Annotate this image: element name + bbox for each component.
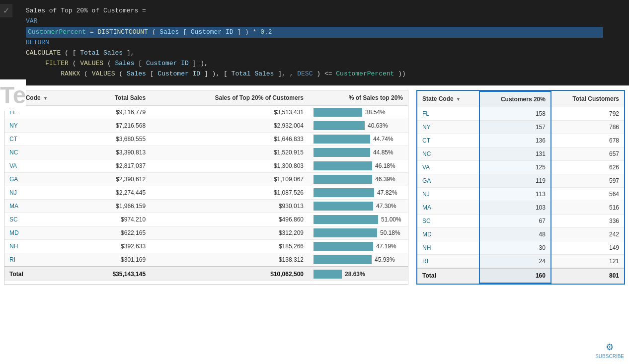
pct-label: 51.00% — [381, 216, 401, 223]
right-table-row: SC 67 336 — [417, 214, 624, 227]
state-cell: CT — [4, 132, 81, 146]
right-state-cell: SC — [417, 214, 479, 227]
customers-20-cell: 67 — [479, 214, 551, 227]
sort-icon-right-state: ▼ — [456, 97, 461, 102]
left-footer-state: Total — [4, 267, 81, 281]
total-customers-cell: 336 — [551, 214, 624, 227]
right-table-row: FL 158 792 — [417, 107, 624, 120]
right-table-row: MD 48 242 — [417, 227, 624, 241]
right-table-row: NH 30 149 — [417, 241, 624, 254]
total-sales-cell: $1,966,159 — [81, 199, 151, 213]
pct-bar — [314, 242, 373, 251]
pct-bar-cell: 47.82% — [309, 186, 408, 199]
left-table: State Code ▼ Total Sales Sales of Top 20… — [4, 90, 408, 281]
state-cell: SC — [4, 213, 81, 226]
state-cell: NJ — [4, 186, 81, 199]
footer-bar — [314, 270, 342, 279]
sales-top20-cell: $2,932,004 — [151, 119, 309, 132]
customers-20-cell: 24 — [479, 254, 551, 268]
right-col-total-customers[interactable]: Total Customers — [551, 91, 624, 107]
total-sales-cell: $7,216,568 — [81, 119, 151, 132]
right-state-cell: CT — [417, 134, 479, 147]
right-col-state[interactable]: State Code ▼ — [417, 91, 479, 107]
right-state-cell: NJ — [417, 187, 479, 201]
right-state-cell: MD — [417, 227, 479, 241]
pct-bar-cell: 40.63% — [309, 119, 408, 132]
total-sales-cell: $9,116,779 — [81, 105, 151, 119]
code-editor: ✓ Sales of Top 20% of Customers = VAR Cu… — [0, 0, 629, 86]
pct-label: 40.63% — [368, 122, 388, 129]
total-sales-cell: $3,680,555 — [81, 132, 151, 146]
right-state-cell: VA — [417, 160, 479, 174]
total-customers-cell: 121 — [551, 254, 624, 268]
left-table-container: State Code ▼ Total Sales Sales of Top 20… — [4, 90, 408, 285]
sales-top20-cell: $1,646,833 — [151, 132, 309, 146]
state-cell: NH — [4, 239, 81, 253]
total-sales-cell: $2,390,612 — [81, 172, 151, 186]
code-line-3: CustomerPercent = DISTINCTCOUNT ( Sales … — [8, 27, 621, 38]
total-customers-cell: 516 — [551, 201, 624, 214]
pct-bar-cell: 46.18% — [309, 159, 408, 172]
customers-20-cell: 131 — [479, 147, 551, 160]
sales-top20-cell: $1,300,803 — [151, 159, 309, 172]
customers-20-cell: 125 — [479, 160, 551, 174]
left-table-row: NY $7,216,568 $2,932,004 40.63% — [4, 119, 408, 132]
code-line-5: CALCULATE ( [ Total Sales ], — [8, 48, 621, 59]
sales-top20-cell: $312,209 — [151, 226, 309, 239]
right-state-cell: GA — [417, 174, 479, 187]
pct-label: 46.18% — [375, 162, 395, 169]
state-cell: MA — [4, 199, 81, 213]
code-line-7: RANKX ( VALUES ( Sales [ Customer ID ] )… — [8, 69, 621, 79]
left-footer-sales-top20: $10,062,500 — [151, 267, 309, 281]
sales-top20-cell: $496,860 — [151, 213, 309, 226]
right-table-row: NY 157 786 — [417, 120, 624, 134]
pct-bar — [314, 215, 378, 224]
left-table-row: MA $1,966,159 $930,013 47.30% — [4, 199, 408, 213]
te-watermark: Te — [0, 79, 26, 111]
pct-bar-cell: 47.19% — [309, 239, 408, 253]
right-table-row: CT 136 678 — [417, 134, 624, 147]
sales-top20-cell: $138,312 — [151, 253, 309, 267]
left-footer-total-sales: $35,143,145 — [81, 267, 151, 281]
pct-bar — [314, 135, 370, 144]
subscribe-label: SUBSCRIBE — [595, 354, 624, 359]
right-state-cell: NC — [417, 147, 479, 160]
pct-label: 38.54% — [365, 109, 386, 116]
right-footer-total-customers: 801 — [551, 268, 624, 283]
pct-bar-cell: 47.30% — [309, 199, 408, 213]
right-table: State Code ▼ Customers 20% Total Custome… — [417, 91, 624, 284]
total-customers-cell: 149 — [551, 241, 624, 254]
left-col-pct[interactable]: % of Sales top 20% — [309, 90, 408, 106]
main-container: ✓ Sales of Top 20% of Customers = VAR Cu… — [0, 0, 629, 364]
check-mark-icon[interactable]: ✓ — [0, 4, 12, 17]
right-table-row: MA 103 516 — [417, 201, 624, 214]
right-col-customers-20[interactable]: Customers 20% — [479, 91, 551, 107]
left-table-row: CT $3,680,555 $1,646,833 44.74% — [4, 132, 408, 146]
right-state-cell: MA — [417, 201, 479, 214]
pct-label: 47.19% — [376, 243, 396, 250]
total-sales-cell: $392,633 — [81, 239, 151, 253]
customers-20-cell: 113 — [479, 187, 551, 201]
sort-icon-state: ▼ — [43, 96, 48, 101]
pct-label: 47.82% — [377, 189, 397, 196]
customers-20-cell: 119 — [479, 174, 551, 187]
customers-20-cell: 136 — [479, 134, 551, 147]
total-customers-cell: 597 — [551, 174, 624, 187]
pct-label: 45.93% — [375, 256, 395, 263]
state-cell: NY — [4, 119, 81, 132]
right-state-cell: NH — [417, 241, 479, 254]
right-state-cell: RI — [417, 254, 479, 268]
left-col-sales-top20[interactable]: Sales of Top 20% of Customers — [151, 90, 309, 106]
right-table-body: FL 158 792 NY 157 786 CT 136 678 NC 131 … — [417, 107, 624, 268]
code-line-4: RETURN — [8, 38, 621, 48]
subscribe-icon: ⚙ — [595, 342, 624, 353]
total-customers-cell: 626 — [551, 160, 624, 174]
sales-top20-cell: $930,013 — [151, 199, 309, 213]
total-customers-cell: 564 — [551, 187, 624, 201]
left-table-row: NH $392,633 $185,266 47.19% — [4, 239, 408, 253]
total-customers-cell: 657 — [551, 147, 624, 160]
left-col-total-sales[interactable]: Total Sales — [81, 90, 151, 106]
right-table-row: RI 24 121 — [417, 254, 624, 268]
left-table-row: VA $2,817,037 $1,300,803 46.18% — [4, 159, 408, 172]
right-table-footer-row: Total 160 801 — [417, 268, 624, 283]
